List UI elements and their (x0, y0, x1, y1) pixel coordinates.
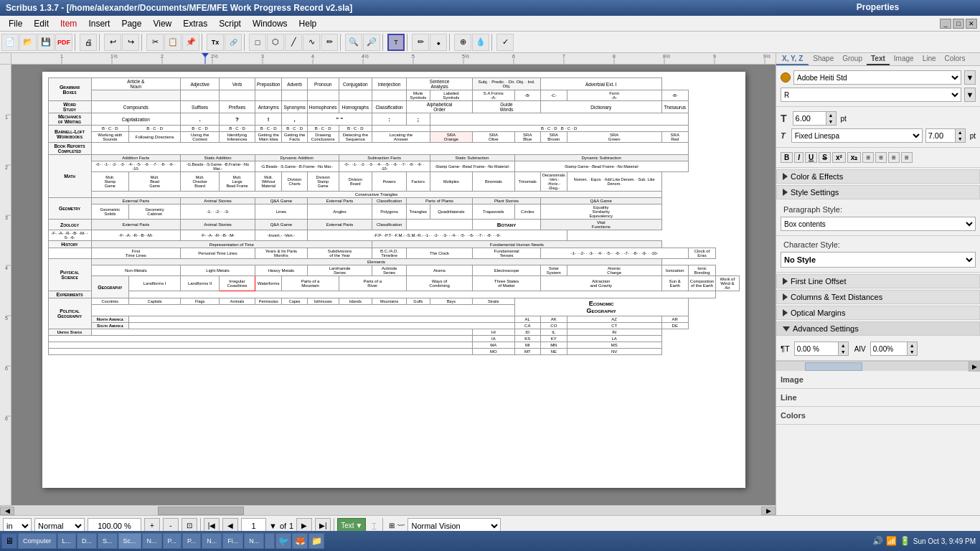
open-btn[interactable]: 📂 (19, 34, 37, 51)
link-btn[interactable]: 🔗 (225, 34, 242, 51)
strikethrough-btn[interactable]: S (819, 152, 831, 163)
columns-text-distances-header[interactable]: Columns & Text Distances (776, 290, 980, 304)
canvas-area[interactable]: GrammarBoxes Article &Noun Adjective Ver… (11, 65, 776, 505)
zoom-in-btn[interactable]: 🔎 (363, 34, 380, 51)
save-btn[interactable]: 💾 (37, 34, 55, 51)
paragraph-style-select[interactable]: Box contents (781, 217, 976, 231)
second-val-up[interactable]: ▲ (907, 342, 917, 349)
font-style-select[interactable]: R (781, 88, 961, 102)
start-icon[interactable]: 🖥 (1, 533, 17, 549)
taskbar-item-p2[interactable]: P... (182, 533, 201, 549)
align-justify-btn[interactable]: ≡ (901, 152, 913, 163)
taskbar-item-fi[interactable]: Fi... (222, 533, 243, 549)
pen-btn[interactable]: ✏ (321, 34, 338, 51)
tab-colors[interactable]: Colors (941, 53, 970, 65)
taskbar-item-d[interactable]: D... (77, 533, 97, 549)
taskbar-icon-3[interactable]: 🦊 (292, 533, 308, 549)
menu-file[interactable]: File (3, 16, 28, 31)
cut-btn[interactable]: ✂ (146, 34, 164, 51)
tab-xyz[interactable]: X, Y, Z (776, 53, 809, 65)
menu-extras[interactable]: Extras (177, 16, 213, 31)
sub-minimize[interactable]: _ (940, 19, 951, 29)
page-dropdown[interactable]: ▼ (269, 522, 277, 530)
align-left-btn[interactable]: ≡ (862, 152, 874, 163)
shape-btn[interactable]: □ (249, 34, 266, 51)
taskbar-item-empty[interactable] (265, 533, 275, 549)
tab-line[interactable]: Line (918, 53, 941, 65)
align-right-btn[interactable]: ≡ (888, 152, 900, 163)
font-family-select[interactable]: Adobe Heiti Std (793, 70, 961, 85)
battery-icon[interactable]: 🔋 (900, 536, 910, 546)
print-btn[interactable]: 🖨 (80, 34, 97, 51)
style-dropdown-btn[interactable]: ▼ (964, 88, 976, 102)
menu-edit[interactable]: Edit (28, 16, 55, 31)
frame-btn[interactable]: T (387, 34, 405, 51)
line-spacing-type-select[interactable]: Fixed Linespa (791, 128, 923, 143)
taskbar-item-s[interactable]: S... (98, 533, 118, 549)
bold-btn[interactable]: B (781, 152, 793, 163)
menu-item[interactable]: Item (55, 16, 83, 31)
scroll-right-btn[interactable]: ▶ (969, 362, 980, 372)
tracking-up[interactable]: ▲ (838, 342, 848, 349)
character-style-select[interactable]: No Style (781, 252, 976, 268)
second-val-down[interactable]: ▼ (907, 349, 917, 355)
tab-image[interactable]: Image (890, 53, 918, 65)
color-effects-header[interactable]: Color & Effects (776, 169, 980, 184)
taskbar-item-l[interactable]: L... (57, 533, 77, 549)
tab-text[interactable]: Text (867, 53, 890, 65)
italic-btn[interactable]: I (794, 152, 804, 163)
line-btn[interactable]: ╱ (285, 34, 302, 51)
advanced-settings-header[interactable]: Advanced Settings (776, 321, 980, 336)
pdf-btn[interactable]: PDF (55, 34, 72, 51)
subscript-btn[interactable]: x₂ (847, 152, 862, 163)
style-settings-header[interactable]: Style Settings (776, 185, 980, 199)
zoom-out-btn[interactable]: 🔍 (345, 34, 362, 51)
polygon-btn[interactable]: ⬡ (267, 34, 284, 51)
menu-view[interactable]: View (147, 16, 177, 31)
menu-script[interactable]: Script (213, 16, 247, 31)
taskbar-item-n3[interactable]: N... (244, 533, 264, 549)
font-size-input[interactable] (793, 113, 826, 123)
second-val-group[interactable]: ▲ ▼ (870, 342, 918, 356)
new-btn[interactable]: 📄 (1, 34, 19, 51)
tracking-down[interactable]: ▼ (838, 349, 848, 355)
undo-btn[interactable]: ↩ (104, 34, 121, 51)
tracking-input[interactable] (795, 344, 838, 354)
font-size-input-group[interactable]: ▲ ▼ (793, 111, 837, 126)
underline-btn[interactable]: U (805, 152, 817, 163)
superscript-btn[interactable]: x² (832, 152, 846, 163)
paste-btn[interactable]: 📌 (182, 34, 199, 51)
taskbar-item-n1[interactable]: N... (142, 533, 162, 549)
line-spacing-down[interactable]: ▼ (955, 136, 965, 142)
properties-scrollbar[interactable]: ▶ (776, 361, 980, 371)
menu-insert[interactable]: Insert (83, 16, 116, 31)
menu-help[interactable]: Help (293, 16, 323, 31)
menu-windows[interactable]: Windows (247, 16, 293, 31)
taskbar-item-n2[interactable]: N... (202, 533, 222, 549)
taskbar-item-p1[interactable]: P... (163, 533, 182, 549)
copy-btn[interactable]: 📋 (164, 34, 182, 51)
tab-shape[interactable]: Shape (809, 53, 838, 65)
font-size-down[interactable]: ▼ (826, 118, 836, 125)
line-spacing-input-group[interactable]: ▲ ▼ (925, 128, 966, 143)
tab-group[interactable]: Group (838, 53, 867, 65)
taskbar-icon-4[interactable]: 📁 (308, 533, 324, 549)
redo-btn[interactable]: ↪ (122, 34, 139, 51)
taskbar-icon-2[interactable]: 🐦 (275, 533, 291, 549)
eyedrop-btn[interactable]: 💧 (472, 34, 489, 51)
line-spacing-input[interactable] (926, 131, 955, 141)
taskbar-item-sc[interactable]: Sc... (118, 533, 141, 549)
horizontal-scrollbar[interactable]: ◀ ▶ (0, 505, 776, 515)
sub-maximize[interactable]: □ (953, 19, 964, 29)
text-btn[interactable]: Tx (207, 34, 224, 51)
sub-close[interactable]: ✕ (966, 19, 977, 29)
tracking-input-group[interactable]: ▲ ▼ (794, 342, 849, 356)
edit-btn[interactable]: ✏ (412, 34, 429, 51)
optical-margins-header[interactable]: Optical Margins (776, 306, 980, 320)
first-line-offset-header[interactable]: First Line Offset (776, 274, 980, 288)
font-size-up[interactable]: ▲ (826, 112, 836, 118)
curve-btn[interactable]: ∿ (303, 34, 320, 51)
menu-page[interactable]: Page (116, 16, 147, 31)
node-btn[interactable]: ⬥ (430, 34, 447, 51)
network-icon[interactable]: 📶 (886, 536, 897, 546)
